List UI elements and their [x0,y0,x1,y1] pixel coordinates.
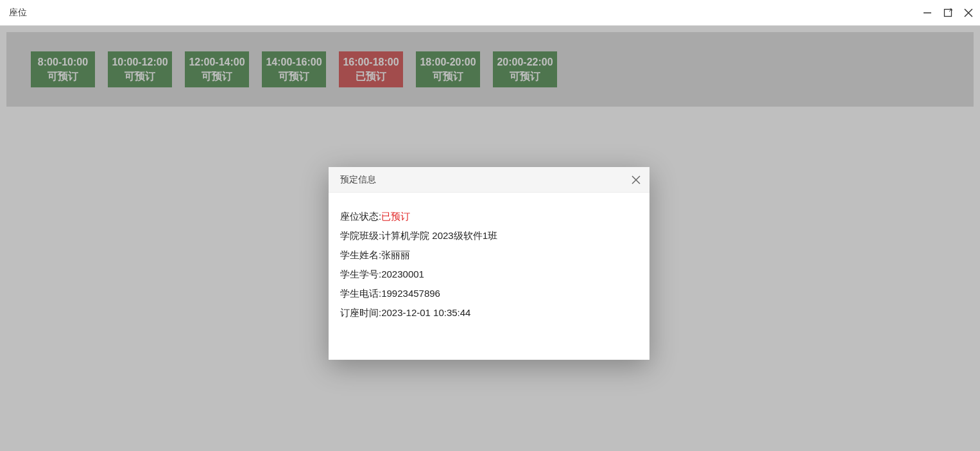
minimize-icon[interactable] [922,8,933,18]
titlebar: 座位 [0,0,980,26]
close-icon[interactable] [963,8,974,18]
seat-status-label: 座位状态: [340,211,381,222]
seat-status-row: 座位状态:已预订 [340,207,638,226]
student-phone-label: 学生电话: [340,288,381,299]
student-id-row: 学生学号:20230001 [340,265,638,284]
student-name-row: 学生姓名:张丽丽 [340,245,638,265]
student-phone-value: 19923457896 [381,288,440,299]
booking-time-row: 订座时间:2023-12-01 10:35:44 [340,303,638,323]
booking-time-value: 2023-12-01 10:35:44 [381,307,470,318]
student-phone-row: 学生电话:19923457896 [340,284,638,303]
dialog-title: 预定信息 [340,174,376,186]
student-name-label: 学生姓名: [340,249,381,260]
main-content: 8:00-10:00 可预订 10:00-12:00 可预订 12:00-14:… [0,26,980,451]
dialog-body: 座位状态:已预订 学院班级:计算机学院 2023级软件1班 学生姓名:张丽丽 学… [329,193,649,337]
maximize-icon[interactable] [943,8,953,18]
student-id-label: 学生学号: [340,269,381,279]
window-title: 座位 [9,7,27,19]
seat-status-value: 已预订 [381,211,410,222]
student-name-value: 张丽丽 [381,249,410,260]
class-row: 学院班级:计算机学院 2023级软件1班 [340,226,638,245]
class-label: 学院班级: [340,230,381,241]
class-value: 计算机学院 2023级软件1班 [381,230,497,241]
dialog-close-button[interactable] [630,174,642,186]
reservation-dialog: 预定信息 座位状态:已预订 学院班级:计算机学院 2023级软件1班 学生姓名:… [329,167,649,360]
window-controls [922,8,974,18]
dialog-header: 预定信息 [329,167,649,193]
student-id-value: 20230001 [381,269,424,279]
booking-time-label: 订座时间: [340,307,381,318]
